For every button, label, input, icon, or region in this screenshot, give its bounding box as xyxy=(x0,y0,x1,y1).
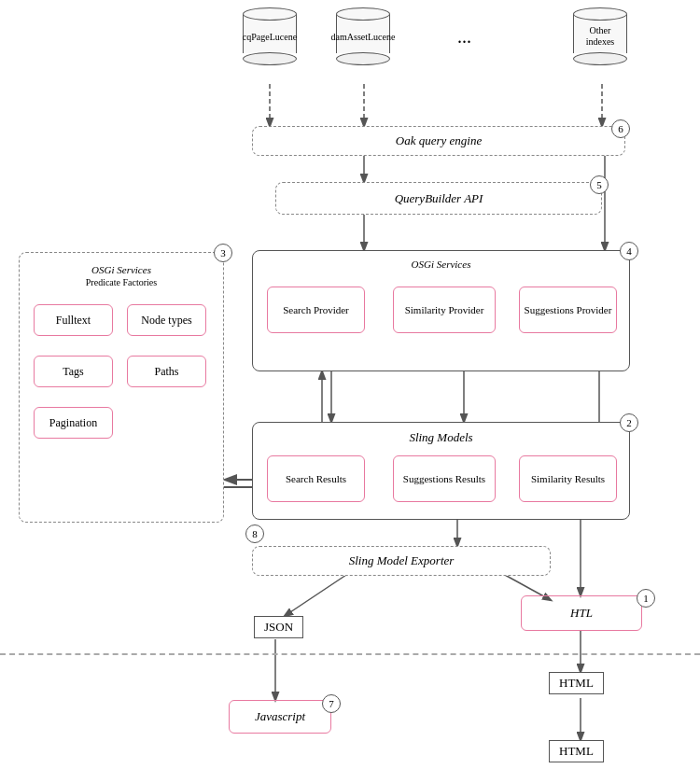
cqpagelucene-index: cqPageLucene xyxy=(243,7,297,65)
cylinder-top xyxy=(336,7,390,21)
osgi-left-title: OSGi Services xyxy=(20,264,223,275)
pagination-box: Pagination xyxy=(34,407,113,439)
osgi-right-title: OSGi Services xyxy=(253,259,629,270)
suggestions-provider-box: Suggestions Provider xyxy=(519,287,617,333)
tags-box: Tags xyxy=(34,356,113,387)
badge-6: 6 xyxy=(611,119,630,138)
cylinder-label: damAssetLucene xyxy=(331,32,396,42)
cylinder-label: cqPageLucene xyxy=(243,32,297,42)
search-results-box: Search Results xyxy=(267,455,365,502)
html-second-label: HTML xyxy=(549,740,604,762)
badge-7: 7 xyxy=(322,694,341,713)
osgi-left-subtitle: Predicate Factories xyxy=(20,277,223,287)
javascript-box: Javascript xyxy=(229,700,331,734)
querybuilder-api-label: QueryBuilder API xyxy=(395,191,483,206)
json-label: JSON xyxy=(254,616,303,638)
badge-4: 4 xyxy=(620,242,638,260)
architecture-diagram: cqPageLucene damAssetLucene ... Otherind… xyxy=(0,0,700,783)
badge-3: 3 xyxy=(214,244,232,262)
javascript-label: Javascript xyxy=(255,709,305,724)
oak-query-engine-label: Oak query engine xyxy=(396,133,482,148)
similarity-provider-box: Similarity Provider xyxy=(393,287,496,333)
badge-8: 8 xyxy=(245,524,264,543)
htl-box: HTL xyxy=(521,595,642,631)
fulltext-box: Fulltext xyxy=(34,304,113,336)
ellipsis: ... xyxy=(457,26,471,48)
badge-2: 2 xyxy=(620,413,638,432)
sling-model-exporter-label: Sling Model Exporter xyxy=(349,553,455,568)
cylinder-top xyxy=(243,7,297,21)
cylinder-label: Otherindexes xyxy=(586,25,615,48)
htl-label: HTL xyxy=(570,606,593,621)
similarity-results-box: Similarity Results xyxy=(519,455,617,502)
other-indexes: Otherindexes xyxy=(573,7,627,65)
oak-query-engine-box: Oak query engine xyxy=(252,126,625,156)
osgi-services-right-box: 4 OSGi Services Search Provider Similari… xyxy=(252,250,630,371)
sling-models-box: 2 Sling Models Search Results Suggestion… xyxy=(252,422,630,520)
cylinder-bottom xyxy=(243,52,297,65)
cylinder-bottom xyxy=(573,52,627,65)
damassetlucene-index: damAssetLucene xyxy=(336,7,390,65)
sling-model-exporter-box: Sling Model Exporter xyxy=(252,546,551,576)
svg-line-11 xyxy=(285,569,355,616)
badge-1: 1 xyxy=(637,589,655,608)
cylinder-bottom xyxy=(336,52,390,65)
querybuilder-api-box: QueryBuilder API xyxy=(275,182,602,215)
node-types-box: Node types xyxy=(127,304,206,336)
separator-line xyxy=(0,653,700,655)
suggestions-results-box: Suggestions Results xyxy=(393,455,496,502)
cylinder-top xyxy=(573,7,627,21)
osgi-services-left-box: 3 OSGi Services Predicate Factories Full… xyxy=(19,252,224,523)
search-provider-box: Search Provider xyxy=(267,287,365,333)
html-first-label: HTML xyxy=(549,672,604,694)
sling-models-title: Sling Models xyxy=(253,430,629,445)
paths-box: Paths xyxy=(127,356,206,387)
badge-5: 5 xyxy=(590,175,609,194)
